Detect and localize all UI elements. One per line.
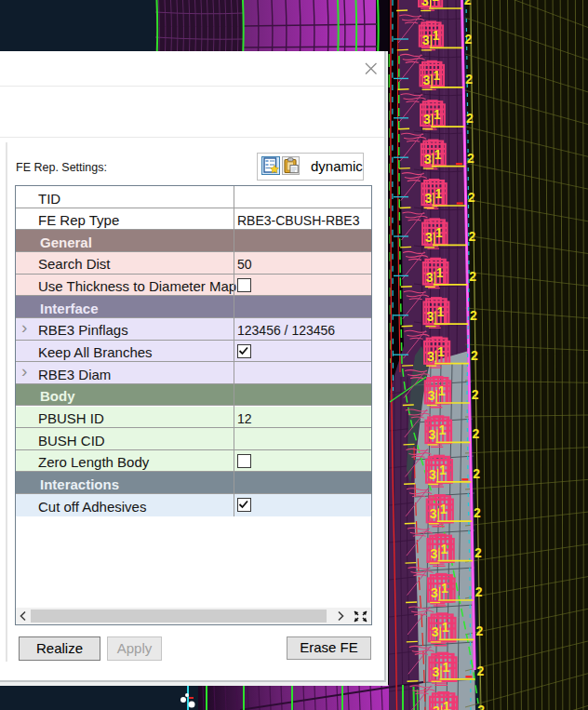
svg-text:2: 2 (473, 466, 480, 481)
svg-text:2: 2 (472, 387, 479, 402)
svg-text:3: 3 (426, 270, 434, 285)
svg-text:1: 1 (441, 581, 448, 596)
svg-text:1: 1 (435, 186, 443, 201)
svg-text:2: 2 (469, 269, 476, 284)
svg-text:2: 2 (476, 663, 484, 678)
svg-text:1: 1 (437, 344, 445, 359)
svg-text:1: 1 (438, 383, 446, 398)
svg-text:3: 3 (432, 624, 439, 639)
svg-text:1: 1 (442, 620, 449, 635)
svg-text:2: 2 (476, 623, 484, 638)
svg-text:3: 3 (433, 703, 440, 710)
svg-text:3: 3 (425, 230, 433, 245)
svg-text:2: 2 (475, 584, 483, 599)
svg-text:1: 1 (435, 225, 443, 240)
svg-text:1: 1 (439, 422, 447, 437)
svg-text:2: 2 (466, 111, 474, 126)
svg-text:2: 2 (471, 348, 478, 363)
svg-text:2: 2 (474, 545, 482, 560)
svg-text:3: 3 (429, 467, 436, 482)
svg-text:2: 2 (469, 229, 476, 244)
svg-text:3: 3 (431, 585, 438, 600)
svg-text:3: 3 (427, 309, 434, 324)
svg-text:3: 3 (428, 388, 435, 403)
svg-text:1: 1 (434, 147, 442, 162)
svg-text:3: 3 (427, 349, 434, 364)
svg-text:1: 1 (441, 542, 448, 556)
svg-text:3: 3 (423, 112, 431, 127)
svg-text:3: 3 (433, 664, 440, 679)
svg-text:1: 1 (433, 28, 440, 43)
svg-text:2: 2 (465, 72, 473, 87)
svg-text:3: 3 (425, 191, 433, 206)
svg-text:1: 1 (443, 660, 450, 675)
svg-text:2: 2 (465, 32, 473, 47)
svg-text:3: 3 (429, 427, 436, 442)
svg-text:1: 1 (437, 304, 445, 319)
svg-text:1: 1 (439, 462, 447, 477)
svg-text:3: 3 (431, 546, 438, 561)
svg-text:3: 3 (421, 0, 429, 8)
svg-text:2: 2 (470, 308, 477, 323)
svg-text:1: 1 (434, 68, 441, 83)
svg-text:2: 2 (477, 703, 485, 710)
svg-text:2: 2 (468, 190, 475, 205)
svg-text:2: 2 (467, 151, 474, 166)
svg-text:3: 3 (424, 152, 432, 167)
svg-text:1: 1 (432, 0, 439, 4)
svg-text:1: 1 (440, 502, 448, 516)
svg-text:3: 3 (430, 506, 437, 521)
svg-text:1: 1 (436, 265, 444, 280)
svg-text:3: 3 (423, 73, 431, 87)
svg-text:2: 2 (474, 505, 481, 520)
svg-text:3: 3 (422, 33, 430, 47)
svg-text:2: 2 (464, 0, 472, 7)
svg-text:2: 2 (473, 426, 480, 441)
svg-text:1: 1 (434, 107, 441, 122)
svg-text:1: 1 (443, 699, 450, 710)
